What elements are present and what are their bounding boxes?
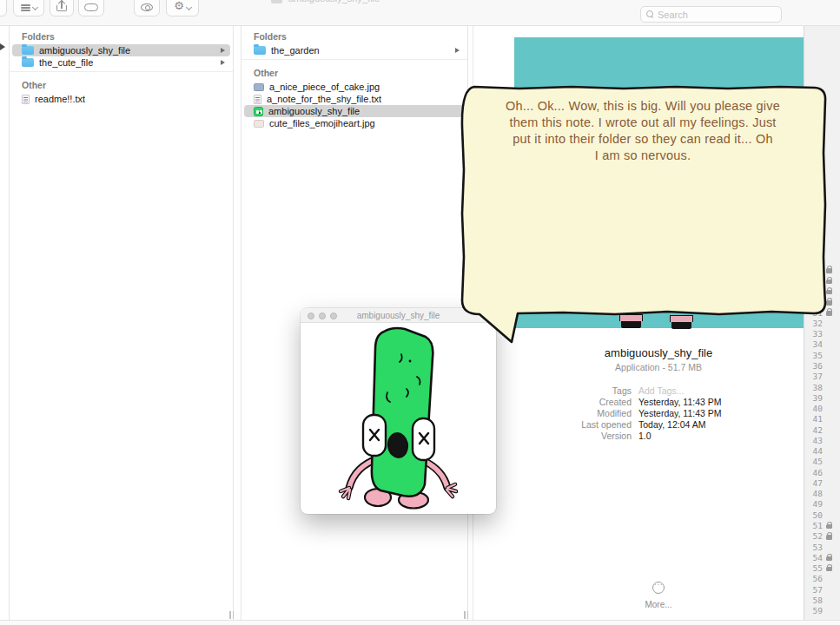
lock-icon — [826, 300, 832, 306]
finder-window: ambiguously_shy_file ⚙ Folders — [0, 0, 840, 625]
info-value: Yesterday, 11:43 PM — [638, 408, 804, 419]
section-header-other: Other — [241, 62, 467, 81]
previous-column-chevron-icon — [0, 43, 5, 50]
ellipsis-circle-icon — [652, 582, 665, 594]
editor-gutter-lines: 2728293031323334353637383940414243444546… — [804, 265, 840, 616]
lock-icon — [826, 290, 832, 295]
speech-bubble-text: Oh... Ok... Wow, this is big. Will you p… — [469, 98, 817, 164]
tag-button[interactable] — [78, 0, 104, 16]
window-bottom-edge — [0, 620, 840, 625]
gutter-line: 29 — [804, 286, 840, 297]
gutter-line: 34 — [804, 339, 840, 350]
window-titlebar: ambiguously_shy_file — [268, 0, 424, 4]
image-file-icon — [254, 83, 264, 91]
preview-image — [514, 37, 804, 328]
finder-column-1: Folders ambiguously_shy_file the_cute_fi… — [10, 26, 233, 620]
file-row-cake-jpg[interactable]: a_nice_piece_of_cake.jpg — [244, 81, 465, 93]
character-window-title: ambiguously_shy_file — [301, 311, 496, 320]
file-row-emojiheart-jpg[interactable]: cute_files_emojiheart.jpg — [244, 117, 465, 129]
gutter-line: 35 — [804, 350, 840, 360]
folder-icon — [22, 46, 34, 55]
gutter-line: 28 — [804, 275, 840, 286]
gutter-line: 41 — [804, 414, 840, 424]
gutter-line: 58 — [804, 595, 840, 605]
gutter-line: 48 — [804, 489, 840, 499]
lock-icon — [826, 311, 832, 316]
gutter-line: 59 — [804, 606, 840, 616]
gutter-line: 49 — [804, 499, 840, 510]
character-window-titlebar[interactable]: ambiguously_shy_file — [301, 308, 496, 323]
disclosure-chevron-icon — [221, 48, 225, 53]
gutter-line: 44 — [804, 446, 840, 457]
file-row-note-txt[interactable]: a_note_for_the_shy_file.txt — [244, 93, 465, 105]
file-row-ambiguously-shy-file[interactable]: ambiguously_shy_file — [244, 105, 465, 117]
lock-icon — [826, 567, 832, 572]
lock-icon — [826, 524, 832, 530]
gutter-line: 47 — [804, 477, 840, 488]
more-button[interactable]: More... — [473, 582, 840, 609]
info-value: Today, 12:04 AM — [638, 419, 804, 431]
gutter-line: 31 — [804, 307, 840, 318]
file-row-readme-txt[interactable]: readme!!.txt — [12, 93, 230, 105]
gutter-line: 36 — [804, 360, 840, 371]
image-file-icon — [254, 120, 264, 128]
window-proxy-icon — [271, 0, 282, 3]
info-value: Yesterday, 11:43 PM — [638, 397, 804, 408]
folder-icon — [22, 58, 34, 67]
gutter-line: 43 — [804, 435, 840, 445]
gutter-line: 57 — [804, 584, 840, 595]
chevron-down-icon — [186, 4, 192, 10]
search-icon — [646, 10, 654, 18]
view-column-button[interactable] — [0, 0, 7, 16]
info-label: Tags — [517, 385, 632, 397]
section-header-other: Other — [10, 75, 233, 93]
column-resize-grip[interactable] — [229, 611, 236, 619]
info-label: Last opened — [517, 419, 632, 431]
gutter-line: 53 — [804, 542, 840, 552]
lock-icon — [826, 268, 832, 273]
text-file-icon — [22, 95, 30, 104]
gutter-line: 50 — [804, 510, 840, 520]
gutter-line: 32 — [804, 318, 840, 328]
search-field[interactable] — [640, 6, 782, 23]
gutter-line: 54 — [804, 552, 840, 562]
text-file-icon — [254, 95, 261, 104]
info-value: 1.0 — [638, 431, 804, 442]
preview-info-table: Tags Add Tags... Created Yesterday, 11:4… — [517, 385, 804, 442]
gutter-line: 52 — [804, 531, 840, 542]
folder-row-ambiguously-shy-file[interactable]: ambiguously_shy_file — [12, 44, 230, 56]
lock-icon — [826, 280, 832, 285]
disclosure-chevron-icon — [455, 48, 460, 53]
gutter-line: 46 — [804, 467, 840, 477]
gutter-line: 39 — [804, 392, 840, 403]
character-foot-preview — [619, 314, 643, 328]
column-resize-grip[interactable] — [464, 611, 471, 619]
lock-icon — [826, 556, 832, 562]
folder-row-the-cute-file[interactable]: the_cute_file — [12, 56, 230, 69]
gutter-line: 42 — [804, 424, 840, 435]
disclosure-chevron-icon — [221, 60, 225, 65]
chevron-down-icon — [31, 4, 37, 10]
info-label: Created — [517, 397, 632, 408]
gutter-line: 30 — [804, 297, 840, 307]
folder-row-the-garden[interactable]: the_garden — [244, 44, 465, 56]
preview-file-meta: Application - 51.7 MB — [473, 362, 840, 372]
folder-icon — [254, 46, 266, 55]
share-button[interactable] — [50, 0, 74, 16]
action-menu-button[interactable]: ⚙ — [166, 0, 199, 16]
character-app-window: ambiguously_shy_file — [301, 308, 496, 514]
app-file-icon — [254, 107, 263, 116]
add-tags-field[interactable]: Add Tags... — [638, 385, 804, 397]
quicklook-button[interactable] — [134, 0, 160, 16]
search-input[interactable] — [658, 10, 762, 20]
gutter-line: 27 — [804, 265, 840, 275]
gutter-line: 45 — [804, 457, 840, 467]
section-header-folders: Folders — [241, 26, 467, 44]
info-label: Version — [517, 431, 632, 442]
gutter-line: 33 — [804, 329, 840, 339]
gutter-line: 51 — [804, 520, 840, 530]
list-view-icon — [21, 4, 30, 11]
view-options-button[interactable] — [13, 0, 44, 16]
share-icon — [56, 1, 67, 11]
character-foot-preview — [670, 315, 693, 329]
